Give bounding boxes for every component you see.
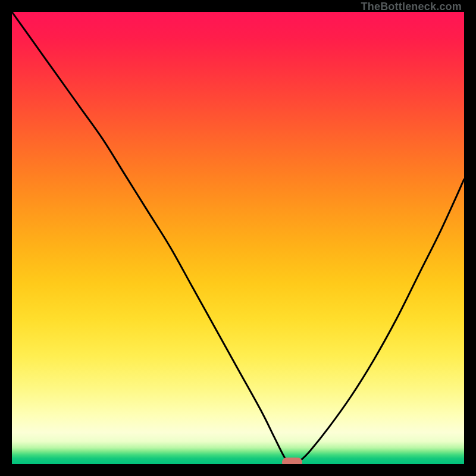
watermark-text: TheBottleneck.com [361, 1, 462, 13]
optimal-point-marker [282, 458, 302, 464]
chart-frame: TheBottleneck.com [0, 0, 476, 476]
plot-area [12, 12, 464, 464]
bottleneck-curve [12, 12, 464, 464]
